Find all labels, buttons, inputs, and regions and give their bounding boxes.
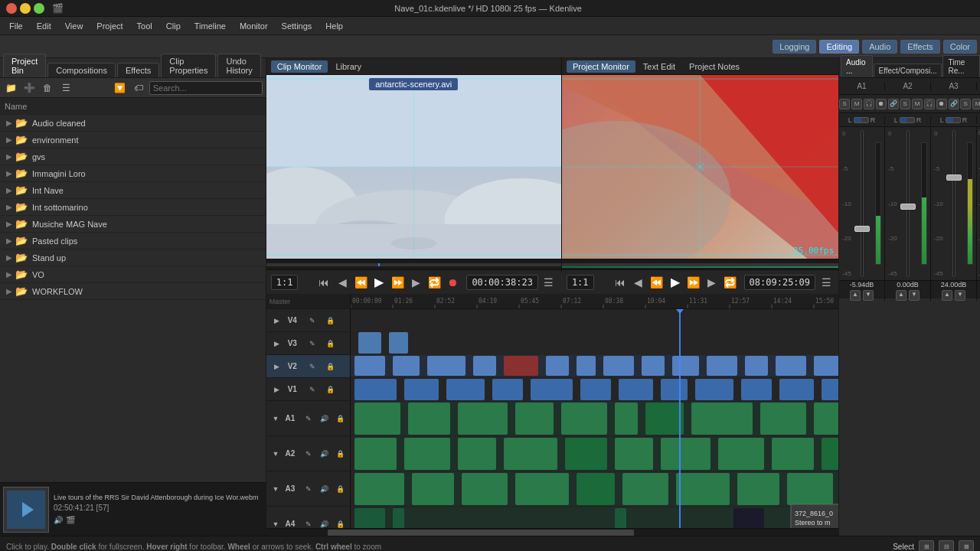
track-expand-v3[interactable]: ▶	[270, 336, 285, 351]
list-item[interactable]: ▶ 📂 Pasted clips	[0, 233, 266, 249]
tab-clip-monitor[interactable]: Clip Monitor	[271, 60, 328, 73]
record-btn[interactable]: ⏺	[445, 275, 460, 290]
a2-db-down[interactable]: ▼	[909, 290, 920, 301]
track-edit-a2[interactable]: ✎	[302, 446, 315, 461]
a3-pan-knob[interactable]	[946, 117, 961, 123]
tab-undo-history[interactable]: Undo History	[217, 54, 260, 77]
menu-clip[interactable]: Clip	[160, 20, 187, 32]
a3-fader-handle[interactable]	[946, 174, 962, 181]
timeline-scroll-thumb[interactable]	[328, 530, 634, 536]
track-expand-v2[interactable]: ▶	[270, 359, 285, 374]
clip-list-btn[interactable]: ☰	[58, 80, 74, 96]
pm-loop-btn[interactable]: 🔁	[723, 275, 738, 290]
a2-record-btn[interactable]: ⏺	[936, 99, 947, 109]
a2-fader-handle[interactable]	[900, 204, 916, 210]
track-expand-a1[interactable]: ▼	[270, 411, 283, 426]
track-expand-a2[interactable]: ▼	[270, 446, 283, 461]
list-item[interactable]: ▶ 📂 VO	[0, 266, 266, 283]
track-expand-a4[interactable]: ▼	[270, 517, 283, 529]
track-expand-v4[interactable]: ▶	[270, 313, 285, 328]
a1-db-input[interactable]: -5.94dB	[843, 281, 881, 289]
a2-pan-knob[interactable]	[900, 117, 915, 123]
list-item[interactable]: ▶ 📂 environment	[0, 132, 266, 148]
a2-db-input[interactable]: 0.00dB	[889, 281, 927, 289]
track-mute-a4[interactable]: 🔊	[318, 517, 331, 529]
track-edit-a4[interactable]: ✎	[302, 517, 315, 529]
menu-project[interactable]: Project	[90, 20, 129, 32]
tab-project-notes[interactable]: Project Notes	[683, 60, 746, 73]
list-item[interactable]: ▶ 📂 Int sottomarino	[0, 199, 266, 216]
a1-fader-handle[interactable]	[854, 226, 870, 232]
a1-solo-btn[interactable]: S	[839, 99, 850, 109]
forward-btn[interactable]: ⏩	[390, 275, 405, 290]
tab-library[interactable]: Library	[329, 60, 368, 73]
tab-compositions[interactable]: Compositions	[47, 63, 116, 77]
a1-headphones-btn[interactable]: 🎧	[864, 99, 874, 109]
a1-chain-btn[interactable]: 🔗	[888, 99, 899, 109]
add-clip-btn[interactable]: ➕	[21, 80, 37, 96]
track-edit-v2[interactable]: ✎	[305, 359, 320, 374]
tab-audio[interactable]: Audio ...	[841, 55, 872, 77]
workspace-editing[interactable]: Editing	[819, 40, 859, 54]
workspace-color[interactable]: Color	[943, 40, 977, 54]
track-lock-a2[interactable]: 🔒	[334, 446, 347, 461]
play-btn[interactable]: ▶	[371, 275, 387, 290]
rewind-btn[interactable]: ⏪	[353, 275, 368, 290]
list-item[interactable]: ▶ 📂 Int Nave	[0, 182, 266, 199]
a1-mute-btn[interactable]: M	[851, 99, 862, 109]
a3-db-down[interactable]: ▼	[955, 290, 965, 301]
maximize-button[interactable]	[34, 3, 44, 14]
pm-play-btn[interactable]: ▶	[668, 275, 683, 290]
a3-mute-btn[interactable]: M	[972, 99, 980, 109]
clip-monitor-canvas[interactable]: antarctic-scenery.avi	[266, 75, 561, 259]
a1-db-up[interactable]: ▲	[850, 290, 861, 301]
track-lock-a1[interactable]: 🔒	[334, 411, 347, 426]
minimize-button[interactable]	[20, 3, 31, 14]
track-expand-a3[interactable]: ▼	[270, 481, 283, 497]
workspace-audio[interactable]: Audio	[862, 40, 897, 54]
track-edit-v1[interactable]: ✎	[305, 382, 320, 397]
pm-skip-start-btn[interactable]: ⏮	[612, 275, 628, 290]
timeline-scrollbar[interactable]	[266, 528, 838, 536]
tab-project-monitor[interactable]: Project Monitor	[567, 60, 635, 73]
tab-effect-comp[interactable]: Effect/Composi...	[874, 64, 942, 77]
a3-solo-btn[interactable]: S	[960, 99, 971, 109]
menu-help[interactable]: Help	[319, 20, 349, 32]
a1-db-down[interactable]: ▼	[863, 290, 874, 301]
pm-monitor-menu-btn[interactable]: ☰	[818, 275, 834, 290]
list-item[interactable]: ▶ 📂 gvs	[0, 148, 266, 165]
skip-start-btn[interactable]: ⏮	[316, 275, 332, 290]
a2-solo-btn[interactable]: S	[900, 99, 910, 109]
a2-mute-btn[interactable]: M	[912, 99, 923, 109]
bottom-resize-btn[interactable]: ⊠	[959, 540, 974, 552]
track-lock-a3[interactable]: 🔒	[334, 481, 347, 497]
a3-db-up[interactable]: ▲	[942, 290, 952, 301]
tag-icon[interactable]: 🏷	[131, 80, 146, 96]
tab-project-bin[interactable]: Project Bin	[3, 54, 46, 77]
a2-chain-btn[interactable]: 🔗	[949, 99, 959, 109]
pm-rewind-btn[interactable]: ⏪	[649, 275, 665, 290]
track-edit-v4[interactable]: ✎	[305, 313, 320, 328]
track-mute-a2[interactable]: 🔊	[318, 446, 331, 461]
track-edit-v3[interactable]: ✎	[305, 336, 320, 351]
new-folder-btn[interactable]: 📁	[3, 80, 18, 96]
menu-view[interactable]: View	[59, 20, 90, 32]
track-edit-a1[interactable]: ✎	[302, 411, 315, 426]
bottom-snap-btn[interactable]: ⊞	[919, 540, 934, 552]
menu-tool[interactable]: Tool	[131, 20, 158, 32]
track-lock-v2[interactable]: 🔒	[323, 359, 338, 374]
close-button[interactable]	[6, 3, 17, 14]
track-edit-a3[interactable]: ✎	[302, 481, 315, 497]
list-item[interactable]: ▶ 📂 Musiche MAG Nave	[0, 216, 266, 233]
filter-icon[interactable]: 🔽	[113, 80, 128, 96]
pm-prev-frame-btn[interactable]: ◀	[631, 275, 646, 290]
track-mute-a1[interactable]: 🔊	[318, 411, 331, 426]
tab-effects[interactable]: Effects	[117, 63, 159, 77]
project-monitor-canvas[interactable]: 25.00fps	[562, 75, 838, 259]
track-lock-v3[interactable]: 🔒	[323, 336, 338, 351]
track-lock-v4[interactable]: 🔒	[323, 313, 338, 328]
pm-forward-btn[interactable]: ⏩	[686, 275, 701, 290]
menu-edit[interactable]: Edit	[31, 20, 57, 32]
tab-clip-properties[interactable]: Clip Properties	[161, 54, 216, 77]
menu-settings[interactable]: Settings	[276, 20, 318, 32]
